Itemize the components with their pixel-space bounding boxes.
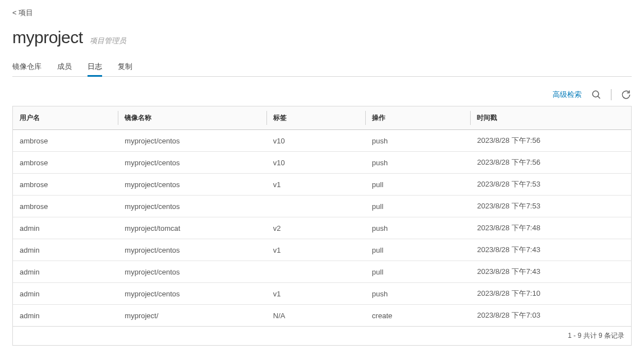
cell-time: 2023/8/28 下午7:53 [470,196,631,217]
cell-user: ambrose [13,152,118,174]
svg-point-0 [592,91,599,97]
cell-repo: myproject/tomcat [118,217,266,239]
cell-op: pull [365,261,470,283]
table-row: adminmyproject/tomcatv2push2023/8/28 下午7… [13,217,631,239]
cell-tag: N/A [266,305,365,327]
cell-tag [266,261,365,283]
tab-replication[interactable]: 复制 [118,62,132,76]
col-header-time[interactable]: 时间戳 [470,106,631,130]
table-row: ambrosemyproject/centosv10push2023/8/28 … [13,130,631,152]
table-header-row: 用户名 镜像名称 标签 操作 时间戳 [13,106,631,130]
table-row: ambrosemyproject/centosv10push2023/8/28 … [13,152,631,174]
cell-user: admin [13,261,118,283]
col-header-user[interactable]: 用户名 [13,106,118,130]
cell-tag: v10 [266,130,365,152]
table-row: adminmyproject/N/Acreate2023/8/28 下午7:03 [13,305,631,327]
cell-op: push [365,217,470,239]
cell-repo: myproject/centos [118,130,266,152]
cell-repo: myproject/ [118,305,266,327]
cell-repo: myproject/centos [118,174,266,196]
cell-tag: v1 [266,174,365,196]
cell-tag: v2 [266,217,365,239]
cell-user: admin [13,239,118,261]
cell-user: admin [13,283,118,305]
back-link[interactable]: < 项目 [12,8,33,17]
project-role: 项目管理员 [90,36,126,46]
tab-members[interactable]: 成员 [57,62,72,76]
cell-op: push [365,283,470,305]
cell-user: ambrose [13,130,118,152]
table-row: ambrosemyproject/centospull2023/8/28 下午7… [13,196,631,217]
refresh-icon[interactable] [620,89,632,100]
cell-user: ambrose [13,196,118,217]
svg-line-1 [598,96,600,99]
cell-tag: v1 [266,239,365,261]
col-header-repo[interactable]: 镜像名称 [118,106,266,130]
cell-repo: myproject/centos [118,239,266,261]
project-header: myproject 项目管理员 [12,28,632,62]
tab-repo[interactable]: 镜像仓库 [12,62,42,76]
cell-time: 2023/8/28 下午7:10 [470,283,631,305]
cell-user: admin [13,217,118,239]
project-title: myproject [12,28,83,47]
log-table: 用户名 镜像名称 标签 操作 时间戳 ambrosemyproject/cent… [12,106,632,346]
table-row: adminmyproject/centospull2023/8/28 下午7:4… [13,261,631,283]
cell-time: 2023/8/28 下午7:48 [470,217,631,239]
advanced-search-link[interactable]: 高级检索 [553,90,582,100]
cell-op: pull [365,239,470,261]
cell-op: push [365,152,470,174]
cell-tag [266,196,365,217]
breadcrumb: < 项目 [12,6,632,28]
cell-op: pull [365,196,470,217]
cell-op: push [365,130,470,152]
back-arrow: < [12,8,17,17]
cell-time: 2023/8/28 下午7:43 [470,239,631,261]
cell-time: 2023/8/28 下午7:53 [470,174,631,196]
col-header-tag[interactable]: 标签 [266,106,365,130]
cell-repo: myproject/centos [118,196,266,217]
cell-user: ambrose [13,174,118,196]
cell-tag: v1 [266,283,365,305]
cell-op: pull [365,174,470,196]
breadcrumb-label: 项目 [19,8,33,17]
cell-time: 2023/8/28 下午7:56 [470,152,631,174]
toolbar: 高级检索 [12,77,632,106]
cell-time: 2023/8/28 下午7:03 [470,305,631,327]
cell-time: 2023/8/28 下午7:56 [470,130,631,152]
col-header-op[interactable]: 操作 [365,106,470,130]
toolbar-divider [611,89,611,100]
cell-repo: myproject/centos [118,283,266,305]
table-row: adminmyproject/centosv1pull2023/8/28 下午7… [13,239,631,261]
cell-op: create [365,305,470,327]
cell-time: 2023/8/28 下午7:43 [470,261,631,283]
cell-repo: myproject/centos [118,261,266,283]
tabs: 镜像仓库成员日志复制 [12,62,632,77]
table-row: adminmyproject/centosv1push2023/8/28 下午7… [13,283,631,305]
cell-user: admin [13,305,118,327]
cell-repo: myproject/centos [118,152,266,174]
tab-logs[interactable]: 日志 [88,62,102,76]
cell-tag: v10 [266,152,365,174]
table-row: ambrosemyproject/centosv1pull2023/8/28 下… [13,174,631,196]
search-icon[interactable] [591,89,602,100]
table-footer: 1 - 9 共计 9 条记录 [13,326,631,345]
